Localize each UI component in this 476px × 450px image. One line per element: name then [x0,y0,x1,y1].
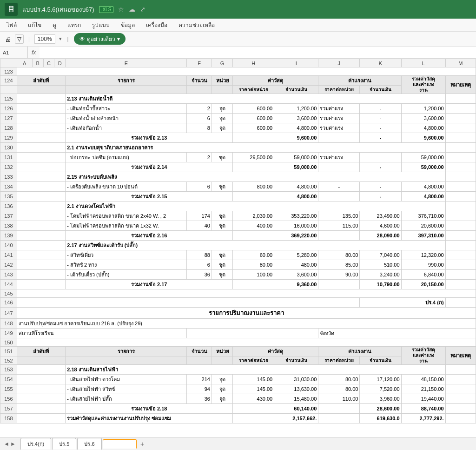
cell[interactable] [17,94,66,104]
cell[interactable]: 2 [187,104,212,114]
share-icon[interactable]: ⤢ [140,6,145,13]
cell[interactable]: รวมค่าแรง [318,123,360,133]
cell[interactable]: 2,777,292. [401,414,445,423]
cell[interactable]: รวมค่าแรง [318,153,360,162]
cell[interactable]: - เดินท่อน้ำอ่างล้างหน้า [66,114,187,123]
cell[interactable]: 48,150.00 [401,375,445,384]
cell-khalraeng[interactable]: ค่าแรงงาน [318,76,401,86]
cell-rkthnwy[interactable]: ราคาต่อหน่วย [233,86,274,94]
cell[interactable]: 59,000.00 [401,162,445,172]
cell[interactable]: 2,157,662. [274,414,318,423]
cell[interactable] [445,211,476,221]
cell[interactable] [445,192,476,201]
cell[interactable]: 40 [187,221,212,231]
cell[interactable]: 145.00 [233,384,274,394]
cell[interactable] [233,162,274,172]
cell[interactable]: 17,120.00 [360,375,401,384]
cell[interactable]: 4,800.00 [401,182,445,192]
cell[interactable] [445,241,476,250]
cell[interactable]: 20,600.00 [401,221,445,231]
cell[interactable]: - [360,192,401,201]
cell[interactable] [445,114,476,123]
cell[interactable]: 36 [187,394,212,404]
tab-nav-right[interactable]: ► [10,441,16,447]
cell[interactable]: - เดินสายไฟฟ้า สวิทซ์ [66,384,187,394]
cell[interactable]: - [360,182,401,192]
cell[interactable] [17,221,66,231]
cell[interactable] [445,404,476,414]
cell[interactable] [17,365,66,375]
cell[interactable] [233,192,274,201]
cell[interactable]: 110.00 [318,394,360,404]
cell[interactable]: - [360,104,401,114]
cell-section[interactable]: 2.17 งานสวิทซ์และเต้ารับ (ปลั๊ก) [66,241,445,250]
cell[interactable]: 85.00 [318,260,360,270]
cell[interactable] [17,289,476,298]
cell[interactable]: 21,150.00 [401,384,445,394]
cell-ladub[interactable]: ลำดับที่ [17,76,66,86]
cell[interactable]: รวมงานข้อ 2.16 [66,231,233,241]
cell[interactable]: - [360,123,401,133]
cell-rkthnwy3[interactable]: ราคาต่อหน่วย [233,356,274,365]
cell[interactable]: 6 [187,260,212,270]
cell[interactable] [318,414,360,423]
cell[interactable]: รวมงานข้อ 2.15 [66,192,233,201]
cell[interactable] [233,133,274,143]
cell-jangwat[interactable]: จังหวัด [318,329,476,338]
cell[interactable]: - สวิทซ์ 2 ทาง [66,260,187,270]
cell[interactable]: 145.00 [233,375,274,384]
cell-main-title[interactable]: รายการปริมาณงานและราคา [17,308,476,319]
cell[interactable]: 20,150.00 [401,280,445,289]
cell-khawastu[interactable]: ค่าวัสดุ [233,76,318,86]
cell-section[interactable]: 2.1 งานระบบสุขาภิบาลภายนอกอาคาร [66,143,445,153]
cell[interactable] [445,394,476,404]
tab-pr4k[interactable]: ปร.4(ก) [20,438,52,450]
cell[interactable]: 3,600.00 [274,114,318,123]
cell[interactable] [17,414,66,423]
cell[interactable]: 60.00 [233,250,274,260]
cell[interactable]: 135.00 [318,211,360,221]
cell[interactable]: 28,090.00 [360,231,401,241]
cell[interactable]: 80.00 [318,375,360,384]
cell[interactable] [17,231,66,241]
cell[interactable]: 174 [187,211,212,221]
cell[interactable] [17,143,66,153]
cell[interactable]: รวมงานข้อ 2.17 [66,280,233,289]
tab-pr6[interactable]: ปร.6 [77,438,101,450]
cell-jamnuan[interactable]: จำนวน [187,76,212,86]
cell[interactable]: ชุด [212,260,232,270]
cell[interactable] [318,192,360,201]
cell[interactable]: จุด [212,104,232,114]
cell[interactable] [445,250,476,260]
cell[interactable]: - [318,182,360,192]
cell[interactable]: 4,800.00 [274,123,318,133]
cell[interactable]: - [360,114,401,123]
cell[interactable]: 9,600.00 [401,133,445,143]
cell[interactable]: 3,600.00 [401,114,445,123]
cell[interactable]: ชุด [212,182,232,192]
cell[interactable]: จุด [212,114,232,123]
grid-wrapper[interactable]: A B C D E F G H I J K L M 123 [0,59,476,427]
cell[interactable] [17,133,66,143]
cell[interactable]: รวมค่าวัสดุและค่าแรงงานงานปรับปรุง ซ่อมแ… [66,414,233,423]
cell[interactable]: - โคมไฟฟ้าครอบพลาสติก ขนาด 1x32 W. [66,221,187,231]
cell-section[interactable]: 2.13 งานเดินท่อน้ำดี [66,94,445,104]
cell[interactable] [318,231,360,241]
menu-help[interactable]: ความช่วยเหลือ [177,20,217,30]
cell[interactable]: รวมงานข้อ 2.13 [66,133,233,143]
add-sheet-button[interactable]: + [138,440,147,448]
preview-button[interactable]: 👁 ดูอย่างเดียว ▾ [74,33,126,45]
cell[interactable]: 7,520.00 [360,384,401,394]
cell[interactable] [17,67,476,76]
cell[interactable]: - เดินสายไฟฟ้า ปลั๊ก [66,394,187,404]
cell[interactable] [445,182,476,192]
star-icon[interactable]: ☆ [118,6,124,13]
cell[interactable]: 80.00 [233,260,274,270]
cell[interactable]: 12,320.00 [401,250,445,260]
cell[interactable]: 59,000.00 [274,162,318,172]
cell[interactable] [17,260,66,270]
cell[interactable]: - [360,162,401,172]
cell[interactable]: 1,200.00 [274,104,318,114]
cell[interactable] [17,162,66,172]
cell[interactable]: ชุด [212,250,232,260]
